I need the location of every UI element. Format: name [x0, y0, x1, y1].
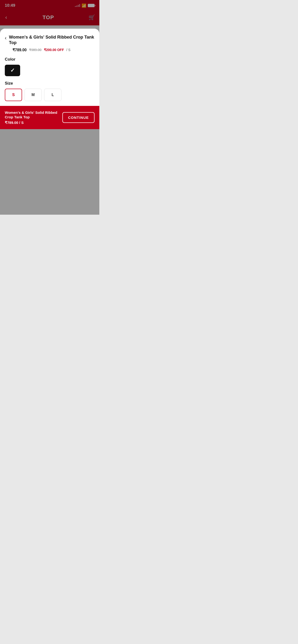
modal-price-row: ₹789.00 ₹989.00 ₹200.00 OFF / S [13, 48, 95, 52]
modal-footer-price: ₹789.00 / S [5, 120, 62, 125]
color-swatch-black[interactable] [5, 65, 20, 76]
modal-back-button[interactable]: ‹ [5, 35, 7, 41]
modal-footer-info: Women's & Girls' Solid Ribbed Crop Tank … [5, 110, 62, 125]
size-options: S M L [5, 89, 95, 101]
size-m-button[interactable]: M [25, 89, 42, 101]
modal-product-title: Women's & Girls' Solid Ribbed Crop Tank … [9, 34, 95, 46]
product-options-modal: ‹ Women's & Girls' Solid Ribbed Crop Tan… [0, 29, 99, 129]
modal-price: ₹789.00 [13, 48, 27, 52]
color-section: Color [5, 57, 95, 76]
modal-slash: / S [66, 48, 70, 52]
size-label: Size [5, 81, 95, 86]
color-label: Color [5, 57, 95, 62]
modal-footer-product: Women's & Girls' Solid Ribbed Crop Tank … [5, 110, 62, 120]
size-l-button[interactable]: L [44, 89, 61, 101]
color-options [5, 65, 95, 76]
modal-content: ‹ Women's & Girls' Solid Ribbed Crop Tan… [0, 29, 99, 101]
modal-off: ₹200.00 OFF [44, 48, 64, 52]
modal-header: ‹ Women's & Girls' Solid Ribbed Crop Tan… [5, 34, 95, 46]
size-s-button[interactable]: S [5, 89, 22, 101]
continue-button[interactable]: CONTINUE [62, 112, 95, 123]
modal-mrp: ₹989.00 [29, 48, 42, 52]
size-section: Size S M L [5, 81, 95, 101]
modal-footer: Women's & Girls' Solid Ribbed Crop Tank … [0, 106, 99, 129]
